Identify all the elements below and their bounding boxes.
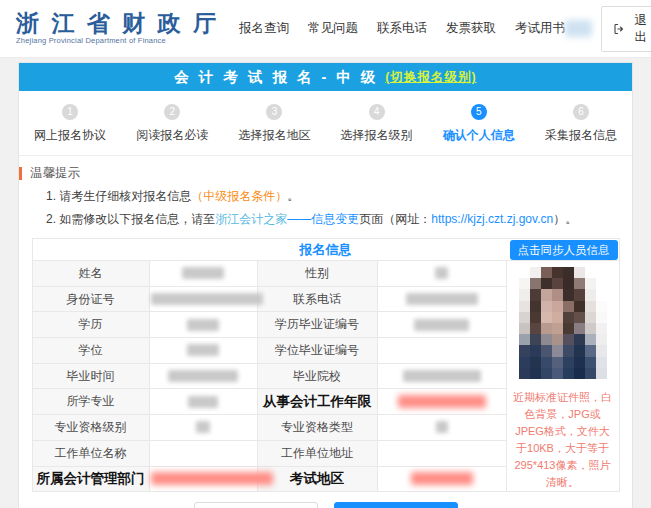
- logo: 浙 江 省 财 政 厅 Zhejiang Provincial Departme…: [16, 12, 219, 45]
- sync-personnel-info-button[interactable]: 点击同步人员信息: [510, 240, 618, 260]
- field-value-redacted: [149, 440, 257, 466]
- tip1-suffix: 。: [287, 189, 299, 203]
- page-content: 会 计 考 试 报 名 - 中 级 (切换报名级别) 1 网上报名协议 2 阅读…: [0, 58, 651, 508]
- field-value-redacted: [149, 389, 257, 415]
- step-label: 阅读报名必读: [121, 127, 223, 144]
- tips-section: 温馨提示 1. 请考生仔细核对报名信息（中级报名条件）。 2. 如需修改以下报名…: [19, 156, 632, 230]
- exam-title-bar: 会 计 考 试 报 名 - 中 级 (切换报名级别): [19, 63, 632, 91]
- info-change-link[interactable]: 信息变更: [311, 212, 359, 226]
- field-value-redacted: [377, 389, 506, 415]
- field-label: 学位: [32, 338, 149, 364]
- tip2-suffix: ）。: [553, 212, 577, 226]
- table-title-row: 报名信息 点击同步人员信息: [32, 239, 619, 261]
- field-label: 性别: [257, 261, 377, 287]
- switch-level-link[interactable]: (切换报名级别): [385, 69, 476, 86]
- step-label: 选择报名级别: [326, 127, 428, 144]
- field-label: 考试地区: [257, 466, 377, 492]
- step-label: 网上报名协议: [19, 127, 121, 144]
- intermediate-conditions-link[interactable]: （中级报名条件）: [191, 189, 287, 203]
- tip2-mid: 页面（网址：: [359, 212, 431, 226]
- field-label: 专业资格级别: [32, 415, 149, 441]
- field-value-redacted: [377, 312, 506, 338]
- field-value-redacted: [149, 286, 257, 312]
- field-label: 所属会计管理部门: [32, 466, 149, 492]
- step-select-region: 3 选择报名地区: [223, 104, 325, 144]
- step-number: 4: [369, 104, 385, 120]
- logout-icon: [613, 23, 625, 35]
- info-table-body: 姓名性别近期标准证件照，白色背景，JPG或JPEG格式，文件大于10KB，大于等…: [32, 261, 619, 492]
- table-title: 报名信息: [300, 242, 352, 257]
- logo-title: 浙 江 省 财 政 厅: [16, 12, 219, 35]
- tip-line-1: 1. 请考生仔细核对报名信息（中级报名条件）。: [46, 188, 632, 205]
- logo-subtitle: Zhejiang Provincial Department of Financ…: [16, 37, 219, 45]
- step-label: 选择报名地区: [223, 127, 325, 144]
- field-label: 从事会计工作年限: [257, 389, 377, 415]
- nav-item-invoice[interactable]: 发票获取: [446, 20, 496, 37]
- field-value-redacted: [149, 261, 257, 287]
- field-value-redacted: [149, 312, 257, 338]
- top-nav: 报名查询 常见问题 联系电话 发票获取 考试用书: [239, 20, 565, 37]
- kjzj-url-link[interactable]: https://kjzj.czt.zj.gov.cn: [431, 212, 553, 226]
- registration-card: 会 计 考 试 报 名 - 中 级 (切换报名级别) 1 网上报名协议 2 阅读…: [18, 62, 633, 508]
- field-value-redacted: [377, 466, 506, 492]
- field-label: 毕业院校: [257, 363, 377, 389]
- field-label: 工作单位名称: [32, 440, 149, 466]
- registration-info-table: 报名信息 点击同步人员信息 姓名性别近期标准证件照，白色背景，JPG或JPEG格…: [32, 238, 620, 492]
- field-value-redacted: [149, 338, 257, 364]
- username-redacted: [565, 20, 592, 37]
- step-number: 2: [164, 104, 180, 120]
- tip1-text: 1. 请考生仔细核对报名信息: [46, 189, 191, 203]
- step-label: 确认个人信息: [428, 127, 530, 144]
- field-value-redacted: [377, 440, 506, 466]
- step-number: 3: [266, 104, 282, 120]
- site-header: 浙 江 省 财 政 厅 Zhejiang Provincial Departme…: [0, 0, 651, 58]
- field-label: 联系电话: [257, 286, 377, 312]
- field-label: 学位毕业证编号: [257, 338, 377, 364]
- dash-separator: ——: [287, 212, 311, 226]
- header-right: 退 出 无障碍浏览 进入老年模式: [565, 6, 651, 52]
- nav-item-faq[interactable]: 常见问题: [308, 20, 358, 37]
- field-value-redacted: [377, 286, 506, 312]
- photo-requirements-note: 近期标准证件照，白色背景，JPG或JPEG格式，文件大于10KB，大于等于295…: [511, 389, 615, 491]
- nav-item-exam-books[interactable]: 考试用书: [515, 20, 565, 37]
- logout-label: 退 出: [630, 12, 651, 46]
- field-label: 毕业时间: [32, 363, 149, 389]
- field-label: 专业资格类型: [257, 415, 377, 441]
- field-label: 身份证号: [32, 286, 149, 312]
- tips-heading: 温馨提示: [19, 165, 632, 182]
- nav-item-registration-query[interactable]: 报名查询: [239, 20, 289, 37]
- step-select-level: 4 选择报名级别: [326, 104, 428, 144]
- accounting-home-link[interactable]: 浙江会计之家: [215, 212, 287, 226]
- nav-item-contact-phone[interactable]: 联系电话: [377, 20, 427, 37]
- field-label: 工作单位地址: [257, 440, 377, 466]
- field-value-redacted: [149, 466, 257, 492]
- field-label: 所学专业: [32, 389, 149, 415]
- page-title: 会 计 考 试 报 名 - 中 级: [174, 68, 378, 87]
- step-collect-info: 6 采集报名信息: [530, 104, 632, 144]
- tip-line-2: 2. 如需修改以下报名信息，请至浙江会计之家——信息变更页面（网址：https:…: [46, 211, 632, 228]
- field-value-redacted: [149, 415, 257, 441]
- field-label: 学历毕业证编号: [257, 312, 377, 338]
- step-number: 6: [573, 104, 589, 120]
- field-value-redacted: [377, 363, 506, 389]
- step-online-agreement: 1 网上报名协议: [19, 104, 121, 144]
- wizard-steps: 1 网上报名协议 2 阅读报名必读 3 选择报名地区 4 选择报名级别 5 确认…: [19, 91, 632, 156]
- step-number: 1: [62, 104, 78, 120]
- field-value-redacted: [377, 261, 506, 287]
- step-confirm-info: 5 确认个人信息: [428, 104, 530, 144]
- tip2-text: 2. 如需修改以下报名信息，请至: [46, 212, 215, 226]
- previous-step-button[interactable]: 上一步: [194, 502, 318, 508]
- field-value-redacted: [149, 363, 257, 389]
- field-label: 学历: [32, 312, 149, 338]
- tips-heading-label: 温馨提示: [30, 165, 80, 182]
- id-photo: [519, 267, 607, 379]
- tips-accent-bar: [19, 167, 22, 180]
- logout-button[interactable]: 退 出: [601, 6, 651, 52]
- table-row: 姓名性别近期标准证件照，白色背景，JPG或JPEG格式，文件大于10KB，大于等…: [32, 261, 619, 287]
- step-read-notice: 2 阅读报名必读: [121, 104, 223, 144]
- photo-cell: 近期标准证件照，白色背景，JPG或JPEG格式，文件大于10KB，大于等于295…: [506, 261, 619, 492]
- field-value-redacted: [377, 338, 506, 364]
- field-value-redacted: [377, 415, 506, 441]
- next-step-button[interactable]: 下一步: [334, 502, 458, 508]
- step-label: 采集报名信息: [530, 127, 632, 144]
